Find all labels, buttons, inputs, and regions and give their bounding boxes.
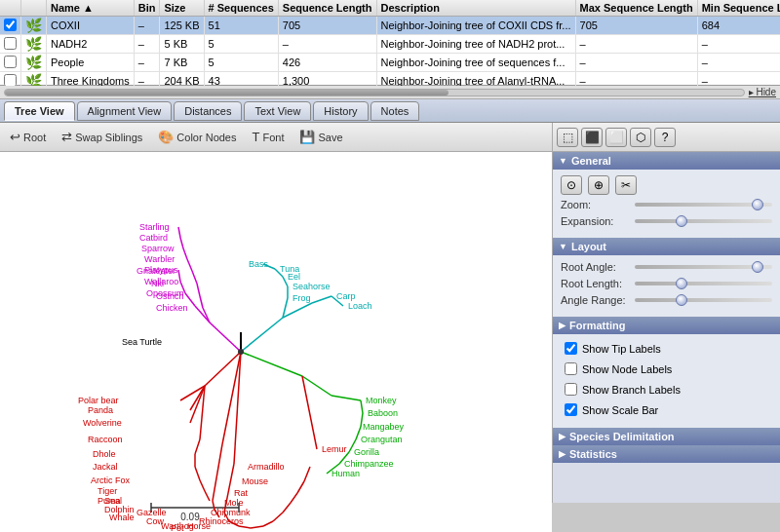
angle-range-label: Angle Range:	[561, 294, 629, 306]
tr-icon-3[interactable]: ⬜	[605, 128, 627, 147]
tr-icon-1[interactable]: ⬚	[557, 128, 578, 147]
gen-icon-3[interactable]: ✂	[615, 175, 637, 195]
svg-text:Bass: Bass	[249, 259, 269, 269]
col-min-seq[interactable]: Min Sequence Length	[697, 0, 780, 17]
row-check-input[interactable]	[4, 19, 17, 31]
tab-alignment-view[interactable]: Alignment View	[77, 101, 173, 121]
gen-icon-1[interactable]: ⊙	[561, 175, 582, 195]
row-checkbox[interactable]	[0, 72, 21, 87]
svg-line-44	[273, 513, 283, 521]
font-button[interactable]: T Font	[248, 128, 288, 146]
root-angle-thumb[interactable]	[752, 261, 763, 273]
expansion-thumb[interactable]	[676, 215, 687, 227]
statistics-section-header[interactable]: ▶ Statistics	[553, 445, 780, 463]
layout-arrow: ▼	[559, 242, 567, 251]
svg-text:Mole: Mole	[224, 498, 244, 508]
svg-line-50	[297, 481, 304, 493]
svg-text:Warbler: Warbler	[144, 254, 175, 264]
row-sequences: 51	[204, 17, 278, 35]
svg-line-78	[283, 298, 288, 318]
svg-line-25	[213, 444, 222, 501]
svg-line-104	[187, 259, 192, 271]
angle-range-thumb[interactable]	[676, 294, 687, 306]
row-max-seq: –	[575, 72, 697, 87]
svg-text:Rhinoceros: Rhinoceros	[199, 516, 244, 526]
row-check-input[interactable]	[4, 37, 17, 50]
tab-history[interactable]: History	[313, 101, 368, 121]
svg-text:Jackal: Jackal	[93, 462, 118, 472]
svg-line-106	[183, 248, 187, 259]
col-sequences[interactable]: # Sequences	[204, 0, 278, 17]
tab-notes[interactable]: Notes	[370, 101, 420, 121]
gen-icon-2[interactable]: ⊕	[588, 175, 609, 195]
general-section-header[interactable]: ▼ General	[553, 152, 780, 170]
root-icon: ↩	[10, 130, 20, 144]
row-description: Neighbor-Joining tree of sequences f...	[376, 54, 575, 72]
tab-text-view[interactable]: Text View	[244, 101, 311, 121]
svg-text:Ostrich: Ostrich	[156, 291, 184, 301]
formatting-section-header[interactable]: ▶ Formatting	[553, 317, 780, 334]
col-bin[interactable]: Bin	[134, 0, 160, 17]
tr-icon-5[interactable]: ?	[654, 128, 676, 147]
svg-line-18	[195, 467, 200, 480]
row-checkbox[interactable]	[0, 54, 21, 72]
scrollbar-thumb[interactable]	[5, 90, 448, 95]
species-section-header[interactable]: ▶ Species Delimitation	[553, 428, 780, 445]
tab-tree-view[interactable]: Tree View	[4, 101, 75, 121]
file-row-2[interactable]: 🌿 People – 7 KB 5 426 Neighbor-Joining t…	[0, 54, 780, 72]
tr-icon-2[interactable]: ⬛	[581, 128, 603, 147]
svg-line-52	[304, 467, 310, 481]
layout-section-header[interactable]: ▼ Layout	[553, 238, 780, 255]
svg-line-42	[263, 521, 273, 526]
show-node-labels-checkbox[interactable]	[565, 362, 577, 375]
color-nodes-button[interactable]: 🎨 Color Nodes	[154, 128, 240, 146]
col-name[interactable]: Name ▲	[47, 0, 135, 17]
tree-canvas-area: 0.09 Sea Turtle Polar bear Panda Wolveri…	[0, 152, 552, 532]
row-seq-length: –	[278, 35, 376, 54]
root-length-thumb[interactable]	[676, 278, 687, 289]
angle-range-slider[interactable]	[635, 298, 772, 302]
root-angle-slider[interactable]	[635, 265, 772, 269]
row-icon: 🌿	[21, 72, 47, 87]
swap-icon: ⇄	[61, 130, 72, 144]
file-list-panel: 1 of 4 selected Name ▲ Bin Size # Sequen…	[0, 0, 780, 86]
zoom-row: Zoom:	[561, 199, 772, 210]
tree-svg: 0.09 Sea Turtle Polar bear Panda Wolveri…	[0, 152, 552, 532]
row-size: 7 KB	[160, 54, 204, 72]
row-max-seq: –	[575, 54, 697, 72]
col-seq-length[interactable]: Sequence Length	[278, 0, 376, 17]
col-description[interactable]: Description	[376, 0, 575, 17]
swap-siblings-button[interactable]: ⇄ Swap Siblings	[58, 128, 146, 146]
col-size[interactable]: Size	[160, 0, 204, 17]
row-check-input[interactable]	[4, 74, 17, 87]
svg-line-22	[205, 491, 210, 501]
svg-text:Chicken: Chicken	[156, 303, 188, 313]
show-branch-labels-checkbox[interactable]	[565, 383, 577, 396]
root-button[interactable]: ↩ Root	[6, 128, 50, 146]
zoom-thumb[interactable]	[752, 199, 763, 210]
zoom-slider[interactable]	[635, 203, 772, 207]
row-checkbox[interactable]	[0, 17, 21, 35]
file-row-1[interactable]: 🌿 NADH2 – 5 KB 5 – Neighbor-Joining tree…	[0, 35, 780, 54]
tab-distances[interactable]: Distances	[174, 101, 242, 121]
show-tip-labels-checkbox[interactable]	[565, 342, 577, 355]
col-max-seq[interactable]: Max Sequence Length	[575, 0, 697, 17]
tr-icon-4[interactable]: ⬡	[630, 128, 651, 147]
file-row-0[interactable]: 🌿 COXII – 125 KB 51 705 Neighbor-Joining…	[0, 17, 780, 35]
show-scale-bar-checkbox[interactable]	[565, 403, 577, 416]
scrollbar-track[interactable]	[4, 89, 745, 96]
color-icon: 🎨	[158, 130, 174, 144]
row-checkbox[interactable]	[0, 35, 21, 54]
root-length-slider[interactable]	[635, 282, 772, 285]
show-tip-labels-row: Show Tip Labels	[561, 340, 772, 357]
svg-line-20	[200, 480, 205, 491]
save-button[interactable]: 💾 Save	[295, 128, 346, 146]
col-checkbox	[0, 0, 21, 17]
hide-button[interactable]: ▸ Hide	[749, 87, 776, 97]
font-icon: T	[252, 130, 259, 144]
svg-line-46	[283, 503, 291, 513]
svg-text:Rat: Rat	[234, 488, 249, 498]
expansion-slider[interactable]	[635, 219, 772, 223]
file-row-3[interactable]: 🌿 Three Kingdoms – 204 KB 43 1,300 Neigh…	[0, 72, 780, 87]
row-check-input[interactable]	[4, 56, 17, 68]
